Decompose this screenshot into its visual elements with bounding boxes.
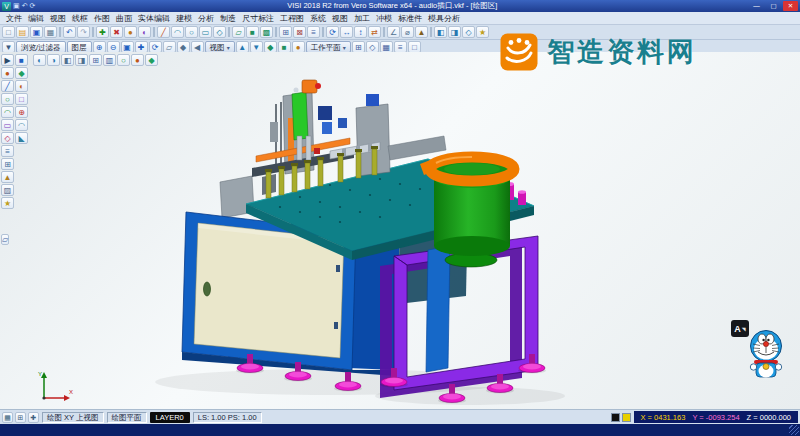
select-arrow-icon[interactable]: ▶ [1, 54, 14, 66]
diameter-icon[interactable]: ⌀ [401, 26, 414, 38]
render-icon[interactable]: ◧ [434, 26, 447, 38]
move-icon[interactable]: ↔ [340, 26, 353, 38]
menu-item[interactable]: 线框 [69, 13, 91, 24]
menu-item[interactable]: 工程图 [277, 13, 307, 24]
arc-icon[interactable]: ◠ [171, 26, 184, 38]
shading-a-icon[interactable]: ◐ [33, 54, 46, 66]
toolbar-icon[interactable] [59, 27, 61, 37]
close-button[interactable]: ✕ [783, 1, 798, 11]
drawing-plane-field[interactable]: 绘图平面 [107, 412, 147, 423]
favorites-icon[interactable]: ★ [1, 197, 14, 209]
view-plane-field[interactable]: 绘图 XY 上视图 [42, 412, 104, 423]
section-icon[interactable]: ⊠ [293, 26, 306, 38]
menu-item[interactable]: 编辑 [25, 13, 47, 24]
new-icon[interactable]: □ [2, 26, 15, 38]
polygon-icon[interactable]: ◇ [213, 26, 226, 38]
menu-item[interactable]: 冲模 [373, 13, 395, 24]
add-icon[interactable]: ✚ [96, 26, 109, 38]
hatch-icon[interactable]: ▨ [1, 184, 14, 196]
menu-item[interactable]: 模具分析 [425, 13, 463, 24]
toolbar-icon[interactable] [430, 27, 432, 37]
half-left-icon[interactable]: ◧ [61, 54, 74, 66]
offset-icon[interactable]: ≡ [1, 145, 14, 157]
toolbar-icon[interactable] [383, 27, 385, 37]
sweep-icon[interactable]: ◐ [15, 80, 28, 92]
toolbar-icon[interactable] [228, 27, 230, 37]
menu-item[interactable]: 尺寸标注 [239, 13, 277, 24]
grid-icon[interactable]: ⊞ [279, 26, 292, 38]
snap-icon[interactable]: ▦ [2, 412, 13, 423]
draw-point-icon[interactable]: ● [1, 67, 14, 79]
draw-circle-icon[interactable]: ○ [1, 93, 14, 105]
draw-rect-icon[interactable]: ▭ [1, 119, 14, 131]
resize-grip[interactable] [789, 425, 799, 435]
draw-polyline-icon[interactable]: ◇ [1, 132, 14, 144]
mesh-icon[interactable]: ▩ [260, 26, 273, 38]
fillet-icon[interactable]: ◠ [15, 119, 28, 131]
menu-item[interactable]: 系统 [307, 13, 329, 24]
wireframe-view-icon[interactable]: ◇ [462, 26, 475, 38]
menu-item[interactable]: 作图 [91, 13, 113, 24]
rotate-icon[interactable]: ⟳ [326, 26, 339, 38]
circle-tool-icon[interactable]: ○ [117, 54, 130, 66]
undo-icon[interactable]: ↶ [63, 26, 76, 38]
shell-icon[interactable]: □ [15, 93, 28, 105]
menu-item[interactable]: 视图 [47, 13, 69, 24]
half-right-icon[interactable]: ◨ [75, 54, 88, 66]
grid-off-icon[interactable]: ▥ [103, 54, 116, 66]
toolbar-icon[interactable] [322, 27, 324, 37]
diamond-tool-icon[interactable]: ◆ [145, 54, 158, 66]
active-layer-badge[interactable]: LAYER0 [150, 412, 190, 423]
surface-icon[interactable]: ▱ [232, 26, 245, 38]
menu-item[interactable]: 加工 [351, 13, 373, 24]
layers-icon[interactable]: ≡ [307, 26, 320, 38]
grid-on-icon[interactable]: ⊞ [89, 54, 102, 66]
viewport-3d[interactable]: ▶●╱○◠▭◇≡⊞▲▨★ ■◆◐□⊕◠◣ ▱ ◐◑◧◨⊞▥○●◆ Y X [0, 52, 800, 410]
toolbar-icon[interactable] [275, 27, 277, 37]
annotate-icon[interactable]: ▲ [415, 26, 428, 38]
redo-icon[interactable]: ↷ [77, 26, 90, 38]
qa-undo-icon[interactable]: ↶ [22, 1, 28, 11]
toolbar-icon[interactable] [92, 27, 94, 37]
shading-b-icon[interactable]: ◑ [47, 54, 60, 66]
chamfer-icon[interactable]: ◣ [15, 132, 28, 144]
stretch-icon[interactable]: ↕ [354, 26, 367, 38]
menu-item[interactable]: 曲面 [113, 13, 135, 24]
highlight-color-chip[interactable] [622, 413, 631, 422]
toolbar-icon[interactable] [153, 27, 155, 37]
pen-color-chip[interactable] [611, 413, 620, 422]
menu-item[interactable]: 实体编辑 [135, 13, 173, 24]
draw-arc-icon[interactable]: ◠ [1, 106, 14, 118]
save-icon[interactable]: ▣ [30, 26, 43, 38]
workplane-tool-icon[interactable]: ▱ [1, 234, 9, 245]
draw-line-icon[interactable]: ╱ [1, 80, 14, 92]
trim-icon[interactable]: ◐ [138, 26, 151, 38]
shade-icon[interactable]: ◨ [448, 26, 461, 38]
circle-icon[interactable]: ○ [185, 26, 198, 38]
extrude-icon[interactable]: ■ [15, 54, 28, 66]
grid-snap-icon[interactable]: ⊞ [1, 158, 14, 170]
qa-save-icon[interactable]: ▣ [13, 1, 20, 11]
menu-item[interactable]: 标准件 [395, 13, 425, 24]
text-tool-icon[interactable]: ▲ [1, 171, 14, 183]
menu-item[interactable]: 制造 [217, 13, 239, 24]
menu-item[interactable]: 建模 [173, 13, 195, 24]
menu-item[interactable]: 分析 [195, 13, 217, 24]
print-icon[interactable]: ▦ [44, 26, 57, 38]
delete-icon[interactable]: ✖ [110, 26, 123, 38]
dot-tool-icon[interactable]: ● [131, 54, 144, 66]
angle-measure-icon[interactable]: ∠ [387, 26, 400, 38]
line-icon[interactable]: ╱ [157, 26, 170, 38]
open-icon[interactable]: ▤ [16, 26, 29, 38]
solid-icon[interactable]: ■ [246, 26, 259, 38]
grid-toggle-icon[interactable]: ⊞ [15, 412, 26, 423]
point-icon[interactable]: ● [124, 26, 137, 38]
mirror-icon[interactable]: ⇄ [368, 26, 381, 38]
boolean-icon[interactable]: ⊕ [15, 106, 28, 118]
maximize-button[interactable]: ▢ [766, 1, 781, 11]
settings-icon[interactable]: ★ [476, 26, 489, 38]
qa-refresh-icon[interactable]: ⟳ [30, 1, 36, 11]
rect-icon[interactable]: ▭ [199, 26, 212, 38]
minimize-button[interactable]: — [749, 1, 764, 11]
menu-item[interactable]: 视图 [329, 13, 351, 24]
